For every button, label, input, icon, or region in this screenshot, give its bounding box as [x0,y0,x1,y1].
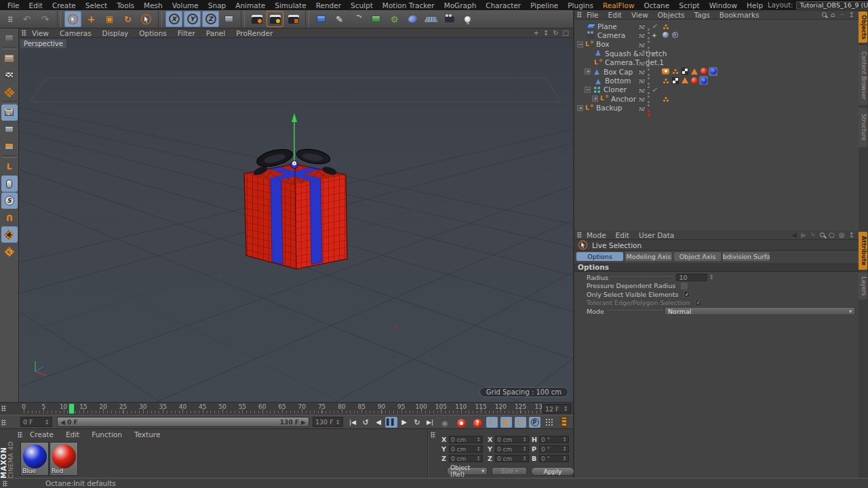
scene-light-button[interactable] [459,11,476,27]
object-manager-menu-objects[interactable]: Objects [653,11,690,19]
tri-tag-icon[interactable] [680,76,689,85]
key-scale-button[interactable]: ▣ [500,417,512,428]
spinner-icon[interactable]: ↕ [709,274,714,281]
expander-icon[interactable]: + [577,105,583,111]
field-checkbox[interactable]: ✓ [684,291,690,298]
goto-end-button[interactable]: ▶| [424,417,436,428]
object-row-box[interactable]: −LBox [574,40,868,49]
phong-tag-icon[interactable] [671,67,679,76]
convert-selection-button[interactable] [1,30,18,46]
history-back-icon[interactable]: ◀ [791,231,797,239]
home-icon[interactable]: ⌂ [831,11,835,18]
dock-tab-objects[interactable]: Objects [859,12,867,43]
camera-view-label[interactable]: Perspective [20,39,66,48]
timeline-ruler[interactable]: 0510152025303540455055606570758085909510… [0,402,573,415]
material-menu-create[interactable]: Create [24,430,60,439]
mograph-button[interactable]: ⚙ [386,11,403,27]
prev-frame-button[interactable]: ◀ [372,417,384,428]
menu-snap[interactable]: Snap [203,1,231,9]
menu-select[interactable]: Select [81,1,112,9]
enable-axis-button[interactable]: L [1,159,18,175]
attribute-manager-menu-user-data[interactable]: User Data [634,231,679,239]
menu-simulate[interactable]: Simulate [270,1,311,9]
spinner-icon[interactable]: ↕ [522,455,527,462]
viewport-menu-grip[interactable] [22,30,26,36]
key-parameter-button[interactable]: P [529,417,540,428]
coord-system-button[interactable] [220,11,237,27]
edges-mode-button[interactable] [1,121,18,138]
dock-tab-content-browser[interactable]: Content Browser [859,45,867,105]
coord-input[interactable]: 0 °↕ [539,455,569,462]
expander-icon[interactable]: − [585,87,591,93]
menu-volume[interactable]: Volume [167,1,203,9]
spinner-icon[interactable]: ↕ [476,436,481,443]
lock-icon[interactable]: ○ [829,231,835,239]
viewport-menu-cameras[interactable]: Cameras [54,29,97,37]
mat-red-tag-icon[interactable] [699,67,708,76]
phong-tag-icon[interactable] [661,76,670,85]
object-manager-grip[interactable] [577,12,582,18]
menu-animate[interactable]: Animate [231,1,270,9]
export-icon[interactable]: ↥ [849,11,854,18]
material-blue[interactable]: Blue [20,442,49,476]
key-position-button[interactable]: + [486,417,498,428]
key-pla-button[interactable] [543,417,555,428]
environment-button[interactable] [422,11,439,27]
magnet-button[interactable]: U [1,209,18,226]
preview-range-slider[interactable]: ◀ 0 F 130 F ▶ [57,417,309,427]
range-start-field[interactable]: 0 F ↕ [20,417,52,427]
viewport-menu-filter[interactable]: Filter [172,29,201,37]
material-menu-edit[interactable]: Edit [60,430,85,439]
spinner-icon[interactable]: ↕ [563,405,568,412]
object-manager-menu-edit[interactable]: Edit [604,11,627,19]
menu-character[interactable]: Character [481,1,526,9]
workplane-mode-button[interactable] [1,84,18,100]
coord-input[interactable]: 0 cm↕ [495,436,529,443]
record-button[interactable]: ◉ [439,418,451,428]
primitives-button[interactable] [313,11,330,27]
splines-button[interactable]: ✎ [331,11,348,27]
mat-blue-tag-icon[interactable] [699,76,708,85]
workplane-lock-button[interactable] [1,226,18,243]
minus-icon[interactable]: − [839,11,844,18]
coord-input[interactable]: 0 °↕ [539,445,569,453]
spinner-icon[interactable]: ↕ [562,446,567,452]
timeline-scrubber[interactable] [69,404,74,413]
material-menu-function[interactable]: Function [85,430,128,439]
field-checkbox[interactable] [681,283,688,289]
object-manager-menu-view[interactable]: View [627,11,653,19]
menu-pipeline[interactable]: Pipeline [526,1,563,9]
object-row-squash-stretch[interactable]: ♟Squash & Stretch✓ [574,49,868,58]
live-selection-button[interactable] [64,11,81,27]
scene-camera-button[interactable] [441,11,458,27]
uvw-tag-icon[interactable] [671,76,679,85]
object-row-backup[interactable]: +LBackup [574,104,868,113]
coord-input[interactable]: 0 cm↕ [449,436,483,443]
spinner-icon[interactable]: ↕ [44,419,50,426]
tri-tag-icon[interactable] [690,67,698,76]
viewport-menu-prorender[interactable]: ProRender [231,29,278,37]
dock-tab-layers[interactable]: Layers [859,272,867,300]
viewport-menu-display[interactable]: Display [97,29,134,37]
menu-mesh[interactable]: Mesh [139,1,167,9]
object-row-camera-target-1[interactable]: LCamera.Target.1 [574,58,868,67]
transport-grip[interactable] [1,420,6,426]
coord-input[interactable]: 0 cm↕ [449,455,483,462]
viewport-menu-view[interactable]: View [26,29,54,37]
axis-x-button[interactable]: X [165,11,182,27]
generators-button[interactable] [368,11,384,27]
zoom-icon[interactable]: ↕ [543,29,549,37]
uvw-tag-icon[interactable] [680,67,689,76]
goto-start-button[interactable]: |◀ [347,417,359,428]
material-menu-texture[interactable]: Texture [128,430,166,439]
rotate-view-icon[interactable]: ↻ [553,29,558,37]
spinner-icon[interactable]: ↕ [476,446,481,452]
size-mode-dropdown[interactable]: Size ▾ [492,467,527,475]
coord-input[interactable]: 0 °↕ [539,436,569,443]
viewport-menu-panel[interactable]: Panel [201,29,231,37]
attribute-manager-grip[interactable] [577,232,582,238]
tab-object-axis[interactable]: Object Axis [674,252,721,261]
phong-tag-icon[interactable] [661,22,670,30]
menu-script[interactable]: Script [674,1,704,9]
last-tool-button[interactable] [138,11,155,27]
